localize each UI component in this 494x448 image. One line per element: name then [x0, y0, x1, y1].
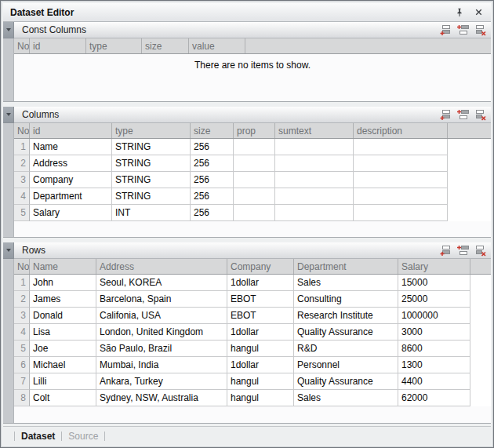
- grid-cell[interactable]: Consulting: [294, 291, 398, 308]
- row-number-cell[interactable]: 3: [14, 308, 30, 324]
- grid-cell[interactable]: Seoul, KOREA: [96, 275, 227, 291]
- grid-cell[interactable]: 256: [191, 172, 234, 188]
- grid-cell[interactable]: hangul: [227, 341, 294, 357]
- grid-cell[interactable]: [234, 139, 275, 155]
- grid-cell[interactable]: 256: [191, 155, 234, 172]
- grid-cell[interactable]: [234, 172, 275, 188]
- tab-dataset[interactable]: Dataset: [21, 431, 55, 442]
- grid-cell[interactable]: INT: [112, 205, 191, 221]
- row-number-cell[interactable]: 5: [14, 341, 30, 357]
- grid-cell[interactable]: [275, 205, 354, 221]
- row-number-cell[interactable]: 2: [14, 155, 30, 172]
- grid-cell[interactable]: Mumbai, India: [96, 357, 227, 373]
- grid-cell[interactable]: Lilli: [30, 373, 96, 390]
- row-number-cell[interactable]: 6: [14, 357, 30, 373]
- grid-cell[interactable]: Califonia, USA: [96, 308, 227, 324]
- grid-cell[interactable]: 25000: [398, 291, 470, 308]
- grid-cell[interactable]: 4400: [398, 373, 470, 390]
- grid-cell[interactable]: 256: [191, 188, 234, 205]
- grid-cell[interactable]: Quality Assurance: [294, 373, 398, 390]
- grid-cell[interactable]: STRING: [112, 155, 191, 172]
- grid-cell[interactable]: John: [30, 275, 96, 291]
- grid-cell[interactable]: Michael: [30, 357, 96, 373]
- grid-cell[interactable]: Lisa: [30, 324, 96, 341]
- grid-cell[interactable]: [354, 205, 448, 221]
- add-row-button[interactable]: [439, 245, 452, 257]
- grid-cell[interactable]: STRING: [112, 139, 191, 155]
- row-number-cell[interactable]: 2: [14, 291, 30, 308]
- insert-row-button[interactable]: [456, 245, 470, 257]
- insert-row-button[interactable]: [456, 24, 470, 36]
- grid-cell[interactable]: [275, 172, 354, 188]
- delete-row-button[interactable]: [474, 109, 487, 121]
- pin-icon[interactable]: [453, 6, 466, 19]
- grid-cell[interactable]: Department: [30, 188, 112, 205]
- row-number-cell[interactable]: 1: [14, 275, 30, 291]
- add-row-button[interactable]: [439, 109, 452, 121]
- grid-cell[interactable]: [275, 139, 354, 155]
- grid-cell[interactable]: Joe: [30, 341, 96, 357]
- grid-cell[interactable]: James: [30, 291, 96, 308]
- grid-cell[interactable]: [234, 205, 275, 221]
- collapse-button[interactable]: [3, 242, 14, 259]
- delete-row-button[interactable]: [474, 245, 487, 257]
- grid-cell[interactable]: 1dollar: [227, 357, 294, 373]
- close-icon[interactable]: [472, 6, 485, 19]
- grid-cell[interactable]: STRING: [112, 188, 191, 205]
- grid-cell[interactable]: [354, 188, 448, 205]
- grid-cell[interactable]: [275, 155, 354, 172]
- grid-cell[interactable]: Name: [30, 139, 112, 155]
- grid-cell[interactable]: hangul: [227, 390, 294, 406]
- grid-cell[interactable]: Sales: [294, 390, 398, 406]
- grid-cell[interactable]: 256: [191, 139, 234, 155]
- section-gutter: [3, 123, 14, 237]
- row-number-cell[interactable]: 7: [14, 373, 30, 390]
- grid-cell[interactable]: Salary: [30, 205, 112, 221]
- delete-row-button[interactable]: [474, 24, 487, 36]
- grid-cell[interactable]: Address: [30, 155, 112, 172]
- collapse-button[interactable]: [3, 22, 14, 38]
- grid-cell[interactable]: Personnel: [294, 357, 398, 373]
- grid-cell[interactable]: [234, 155, 275, 172]
- grid-cell[interactable]: 15000: [398, 275, 470, 291]
- grid-cell[interactable]: [354, 172, 448, 188]
- row-number-cell[interactable]: 4: [14, 188, 30, 205]
- row-number-cell[interactable]: 1: [14, 139, 30, 155]
- grid-cell[interactable]: Colt: [30, 390, 96, 406]
- grid-cell[interactable]: R&D: [294, 341, 398, 357]
- grid-cell[interactable]: São Paulo, Brazil: [96, 341, 227, 357]
- grid-cell[interactable]: London, United Kingdom: [96, 324, 227, 341]
- tab-source[interactable]: Source: [68, 431, 98, 442]
- grid-cell[interactable]: Sydney, NSW, Australia: [96, 390, 227, 406]
- grid-cell[interactable]: 1dollar: [227, 324, 294, 341]
- grid-cell[interactable]: EBOT: [227, 291, 294, 308]
- collapse-button[interactable]: [3, 107, 14, 123]
- row-number-cell[interactable]: 5: [14, 205, 30, 221]
- grid-cell[interactable]: [275, 188, 354, 205]
- grid-cell[interactable]: 256: [191, 205, 234, 221]
- grid-cell[interactable]: Company: [30, 172, 112, 188]
- grid-cell[interactable]: Barcelona, Spain: [96, 291, 227, 308]
- grid-cell[interactable]: hangul: [227, 373, 294, 390]
- add-row-button[interactable]: [439, 24, 452, 36]
- grid-cell[interactable]: STRING: [112, 172, 191, 188]
- grid-cell[interactable]: 3000: [398, 324, 470, 341]
- row-number-cell[interactable]: 8: [14, 390, 30, 406]
- row-number-cell[interactable]: 4: [14, 324, 30, 341]
- grid-cell[interactable]: [234, 188, 275, 205]
- grid-cell[interactable]: Quality Assurance: [294, 324, 398, 341]
- grid-cell[interactable]: Donald: [30, 308, 96, 324]
- grid-cell[interactable]: [354, 155, 448, 172]
- grid-cell[interactable]: 1dollar: [227, 275, 294, 291]
- grid-cell[interactable]: 1300: [398, 357, 470, 373]
- grid-cell[interactable]: [354, 139, 448, 155]
- grid-cell[interactable]: Ankara, Turkey: [96, 373, 227, 390]
- row-number-cell[interactable]: 3: [14, 172, 30, 188]
- grid-cell[interactable]: 8600: [398, 341, 470, 357]
- grid-cell[interactable]: 62000: [398, 390, 470, 406]
- grid-cell[interactable]: EBOT: [227, 308, 294, 324]
- grid-cell[interactable]: Research Institute: [294, 308, 398, 324]
- grid-cell[interactable]: Sales: [294, 275, 398, 291]
- insert-row-button[interactable]: [456, 109, 470, 121]
- grid-cell[interactable]: 1000000: [398, 308, 470, 324]
